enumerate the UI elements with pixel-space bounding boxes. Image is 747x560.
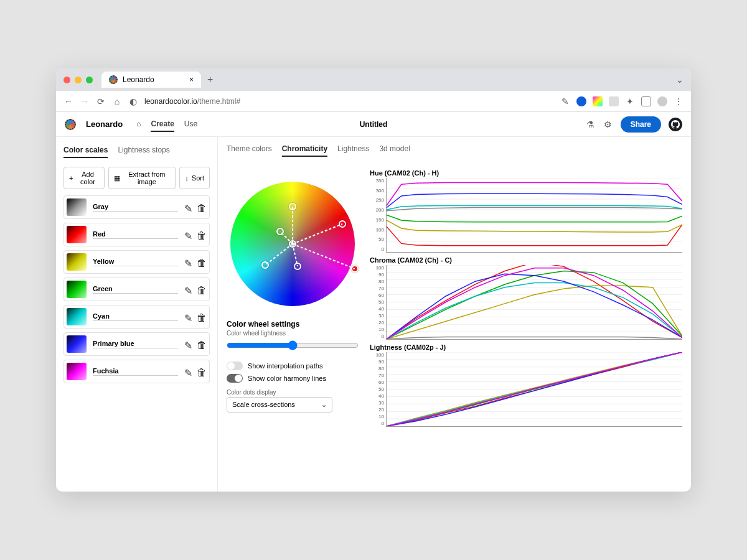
avatar-icon[interactable]: [657, 96, 667, 106]
color-row[interactable]: Primary blue ✎ 🗑: [63, 332, 210, 356]
extension-icon[interactable]: [576, 96, 586, 106]
window-controls: [63, 77, 93, 83]
minimize-window-icon[interactable]: [75, 77, 82, 83]
extract-image-button[interactable]: ▦Extract from image: [108, 167, 176, 189]
color-row[interactable]: Fuchsia ✎ 🗑: [63, 360, 210, 383]
github-icon[interactable]: [669, 118, 682, 131]
color-swatch: [67, 308, 87, 325]
dots-display-select[interactable]: Scale cross-sections⌄: [227, 397, 332, 413]
browser-tab[interactable]: Leonardo ×: [101, 72, 201, 88]
delete-icon[interactable]: 🗑: [197, 340, 205, 348]
site-info-icon[interactable]: ◐: [128, 96, 138, 106]
maximize-window-icon[interactable]: [86, 77, 93, 83]
chart-area: 1009080706050403020100: [386, 265, 682, 340]
app-name: Leonardo: [86, 119, 123, 129]
main-tab-theme-colors[interactable]: Theme colors: [227, 142, 272, 157]
share-button[interactable]: Share: [621, 116, 661, 133]
extension-icon[interactable]: [641, 96, 651, 106]
tab-chevron-icon[interactable]: ⌄: [676, 75, 684, 85]
wheel-lightness-label: Color wheel lightness: [227, 330, 359, 337]
color-row[interactable]: Gray ✎ 🗑: [63, 195, 210, 219]
extension-area: ✎ ✦ ⋮: [560, 96, 684, 106]
wheel-node[interactable]: [276, 228, 284, 235]
delete-icon[interactable]: 🗑: [197, 312, 205, 321]
nav-use[interactable]: Use: [184, 117, 197, 132]
color-row[interactable]: Yellow ✎ 🗑: [63, 250, 210, 274]
color-wheel[interactable]: [230, 182, 355, 306]
sidebar-actions: +Add color ▦Extract from image ↓Sort: [63, 167, 210, 189]
color-name-input[interactable]: Green: [93, 285, 178, 294]
edit-icon[interactable]: ✎: [184, 258, 193, 266]
eyedropper-icon[interactable]: ✎: [560, 96, 570, 106]
settings-icon[interactable]: ⚙: [603, 119, 613, 129]
back-icon[interactable]: ←: [63, 96, 73, 106]
wheel-node[interactable]: [289, 203, 296, 210]
color-name-input[interactable]: Gray: [93, 203, 178, 212]
app-nav: ⌂ Create Use: [136, 117, 197, 132]
color-swatch: [67, 281, 87, 298]
color-name-input[interactable]: Primary blue: [93, 340, 178, 348]
wheel-lightness-slider[interactable]: [227, 340, 359, 350]
url-bar[interactable]: leonardocolor.io/theme.html#: [144, 97, 240, 106]
main-tab-chromaticity[interactable]: Chromaticity: [282, 142, 327, 157]
menu-icon[interactable]: ⋮: [674, 96, 684, 106]
beaker-icon[interactable]: ⚗: [586, 119, 596, 129]
toggle-interpolation-paths[interactable]: [227, 362, 243, 370]
color-swatch: [67, 226, 87, 243]
close-window-icon[interactable]: [63, 77, 70, 83]
toggle-harmony-lines[interactable]: [227, 374, 243, 383]
extension-icon[interactable]: [609, 96, 619, 106]
extension-icon[interactable]: [593, 96, 603, 106]
sort-icon: ↓: [185, 174, 189, 182]
delete-icon[interactable]: 🗑: [197, 230, 205, 239]
color-row[interactable]: Red ✎ 🗑: [63, 223, 210, 246]
wheel-node[interactable]: [261, 261, 269, 269]
delete-icon[interactable]: 🗑: [197, 367, 205, 376]
delete-icon[interactable]: 🗑: [197, 258, 205, 266]
sort-button[interactable]: ↓Sort: [179, 167, 210, 189]
add-color-button[interactable]: +Add color: [63, 167, 105, 189]
color-row[interactable]: Cyan ✎ 🗑: [63, 305, 210, 329]
edit-icon[interactable]: ✎: [184, 230, 193, 239]
image-icon: ▦: [114, 174, 120, 182]
edit-icon[interactable]: ✎: [184, 203, 193, 212]
header-actions: ⚗ ⚙ Share: [586, 116, 682, 133]
reload-icon[interactable]: ⟳: [96, 96, 106, 106]
delete-icon[interactable]: 🗑: [197, 285, 205, 294]
edit-icon[interactable]: ✎: [184, 312, 193, 321]
forward-icon[interactable]: →: [80, 96, 90, 106]
chevron-down-icon: ⌄: [321, 401, 327, 409]
color-name-input[interactable]: Yellow: [93, 258, 178, 266]
wheel-node[interactable]: [339, 220, 346, 228]
color-name-input[interactable]: Fuchsia: [93, 367, 178, 376]
toggle-label: Show interpolation paths: [248, 362, 322, 370]
home-icon[interactable]: ⌂: [112, 96, 122, 106]
wheel-settings-title: Color wheel settings: [227, 320, 359, 329]
edit-icon[interactable]: ✎: [184, 285, 193, 294]
toggle-label: Show color harmony lines: [248, 375, 326, 382]
extensions-icon[interactable]: ✦: [625, 96, 635, 106]
tab-lightness-stops[interactable]: Lightness stops: [118, 143, 169, 158]
chart-area: 350300250200150100500: [386, 178, 682, 253]
tab-color-scales[interactable]: Color scales: [63, 143, 108, 158]
edit-icon[interactable]: ✎: [184, 367, 193, 376]
document-title[interactable]: Untitled: [360, 120, 388, 129]
nav-create[interactable]: Create: [151, 117, 174, 132]
color-row[interactable]: Green ✎ 🗑: [63, 278, 210, 301]
color-swatch: [67, 198, 87, 216]
close-tab-icon[interactable]: ×: [189, 75, 194, 84]
nav-home[interactable]: ⌂: [136, 117, 141, 132]
color-name-input[interactable]: Red: [93, 230, 178, 239]
wheel-node-center[interactable]: [289, 240, 296, 248]
color-swatch: [67, 253, 87, 271]
edit-icon[interactable]: ✎: [184, 340, 193, 348]
delete-icon[interactable]: 🗑: [197, 203, 205, 212]
color-list: Gray ✎ 🗑 Red ✎ 🗑 Yellow ✎ 🗑 Green ✎ 🗑 Cy…: [63, 195, 210, 383]
wheel-node[interactable]: [351, 265, 359, 273]
new-tab-button[interactable]: +: [207, 74, 213, 85]
main-tab-lightness[interactable]: Lightness: [337, 142, 369, 157]
color-name-input[interactable]: Cyan: [93, 312, 178, 321]
color-swatch: [67, 335, 87, 353]
wheel-node[interactable]: [294, 263, 301, 270]
main-tab-3d-model[interactable]: 3d model: [379, 142, 410, 157]
